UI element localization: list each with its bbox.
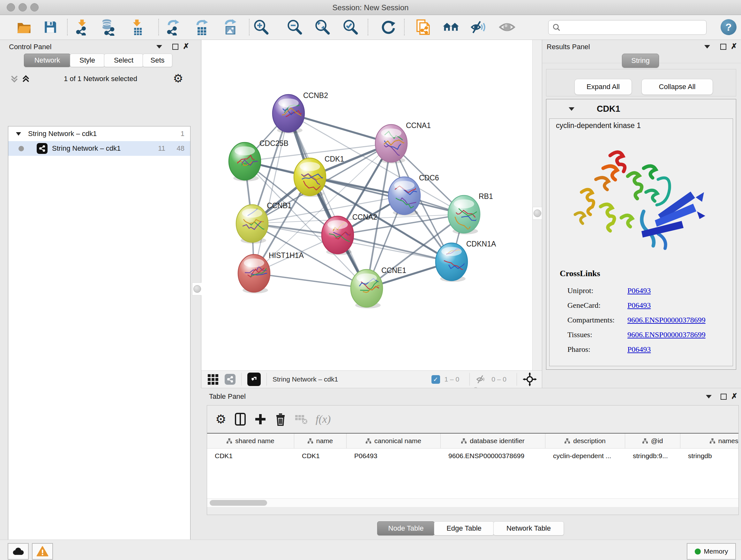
network-node-RB1[interactable]: RB1 xyxy=(448,192,493,234)
close-panel-icon[interactable]: ✗ xyxy=(731,392,738,400)
export-image-icon xyxy=(222,19,239,36)
network-row[interactable]: String Network – cdk1 11 48 xyxy=(8,141,190,156)
collapse-card-icon[interactable] xyxy=(569,107,575,111)
table-cell[interactable]: CDK1 xyxy=(207,449,294,463)
maximize-panel-icon[interactable] xyxy=(720,44,726,50)
network-node-CDC6[interactable]: CDC6 xyxy=(388,174,439,216)
import-table-button[interactable] xyxy=(128,18,146,37)
float-panel-icon[interactable] xyxy=(704,45,710,49)
column-header-namespace[interactable]: namespace xyxy=(680,434,738,448)
tab-network-table[interactable]: Network Table xyxy=(493,521,564,536)
search-icon xyxy=(552,23,561,32)
share-view-icon[interactable] xyxy=(225,374,235,385)
search-box[interactable] xyxy=(548,20,706,35)
tab-select[interactable]: Select xyxy=(104,54,143,67)
crosslink-link[interactable]: P06493 xyxy=(627,301,651,310)
float-panel-icon[interactable] xyxy=(156,45,162,49)
warning-button[interactable] xyxy=(32,543,53,560)
maximize-panel-icon[interactable] xyxy=(721,394,727,400)
table-cell[interactable]: stringdb:9... xyxy=(625,449,680,463)
tree-collapse-icon[interactable] xyxy=(16,132,21,136)
network-node-CCNE1[interactable]: CCNE1 xyxy=(351,266,406,308)
float-panel-icon[interactable] xyxy=(706,395,712,398)
left-splitter-handle[interactable] xyxy=(192,283,202,295)
fit-content-crosshair-icon[interactable] xyxy=(523,372,537,386)
export-table-button[interactable] xyxy=(192,18,211,37)
save-session-button[interactable] xyxy=(41,18,60,37)
zoom-fit-button[interactable] xyxy=(313,18,332,37)
network-label: String Network – cdk1 xyxy=(52,144,121,152)
selected-checkbox[interactable]: ✓ xyxy=(431,375,440,384)
right-splitter-handle[interactable] xyxy=(533,207,542,220)
import-network-button[interactable] xyxy=(73,18,91,37)
table-cell[interactable]: stringdb xyxy=(680,449,738,463)
table-cell[interactable]: 9606.ENSP00000378699 xyxy=(441,449,545,463)
delete-column-trash-icon[interactable] xyxy=(275,413,286,426)
close-panel-icon[interactable]: ✗ xyxy=(731,43,737,50)
toolbar-separator xyxy=(517,373,517,386)
warning-icon xyxy=(37,546,49,557)
zoom-selected-button[interactable] xyxy=(341,18,360,37)
gear-icon[interactable]: ⚙ xyxy=(215,412,226,426)
birdseye-view-icon[interactable] xyxy=(247,373,261,386)
tab-sets[interactable]: Sets xyxy=(143,54,172,67)
close-panel-icon[interactable]: ✗ xyxy=(183,43,189,50)
first-neighbors-button[interactable] xyxy=(442,18,460,37)
scrollbar-thumb[interactable] xyxy=(210,500,267,506)
crosslink-link[interactable]: 9606.ENSP00000378699 xyxy=(627,316,705,324)
search-input[interactable] xyxy=(561,23,696,32)
crosslink-row: Tissues:9606.ENSP00000378699 xyxy=(567,327,727,342)
tab-edge-table[interactable]: Edge Table xyxy=(434,521,494,536)
column-header-name[interactable]: name xyxy=(294,434,347,448)
network-node-CCNA1[interactable]: CCNA1 xyxy=(375,121,431,164)
help-button[interactable]: ? xyxy=(721,19,737,35)
network-node-CCNB2[interactable]: CCNB2 xyxy=(273,91,328,133)
column-header-sharedname[interactable]: shared name xyxy=(207,434,294,448)
zoom-out-button[interactable] xyxy=(285,18,304,37)
table-cell[interactable]: CDK1 xyxy=(294,449,347,463)
node-count: 11 xyxy=(158,144,165,152)
protein-card-header[interactable]: CDK1 xyxy=(546,99,736,118)
network-node-CDK1[interactable]: CDK1 xyxy=(294,155,344,197)
memory-button[interactable]: Memory xyxy=(687,543,736,560)
tab-node-table[interactable]: Node Table xyxy=(377,521,434,536)
node-label-CCNE1: CCNE1 xyxy=(381,266,406,274)
import-database-button[interactable] xyxy=(98,18,117,37)
open-session-button[interactable] xyxy=(15,18,33,37)
crosslink-link[interactable]: 9606.ENSP00000378699 xyxy=(627,330,705,339)
column-header-canonicalname[interactable]: canonical name xyxy=(347,434,441,448)
column-header-description[interactable]: description xyxy=(545,434,625,448)
refresh-button[interactable] xyxy=(379,18,398,37)
export-image-button[interactable] xyxy=(221,18,239,37)
column-header-databaseidentifier[interactable]: database identifier xyxy=(441,434,545,448)
zoom-in-button[interactable] xyxy=(252,18,270,37)
network-node-HIST1H1A[interactable]: HIST1H1A xyxy=(238,251,304,294)
table-cell[interactable]: cyclin-dependent ... xyxy=(545,449,625,463)
cloud-button[interactable] xyxy=(8,543,29,560)
network-view-toolbar: String Network – cdk1 ✓ 1 – 0 0 – 0 xyxy=(201,370,542,388)
tab-string[interactable]: String xyxy=(622,54,659,68)
tab-network[interactable]: Network xyxy=(24,54,71,67)
crosslink-link[interactable]: P06493 xyxy=(627,345,651,354)
show-columns-icon[interactable] xyxy=(234,413,246,426)
grid-view-icon[interactable] xyxy=(208,374,218,385)
toolbar-separator xyxy=(469,373,470,386)
gear-icon[interactable]: ⚙ xyxy=(173,72,183,85)
show-all-button[interactable] xyxy=(498,18,516,37)
network-canvas[interactable]: CCNB2CCNA1CDC25BCDK1CDC6RB1CCNB1CCNA2CDK… xyxy=(201,40,532,370)
export-network-button[interactable] xyxy=(164,18,182,37)
network-tree: String Network – cdk1 1 String Network –… xyxy=(8,126,191,560)
hide-selected-button[interactable] xyxy=(469,18,487,37)
tab-style[interactable]: Style xyxy=(70,54,105,67)
clone-network-button[interactable] xyxy=(414,18,433,37)
network-collection-row[interactable]: String Network – cdk1 1 xyxy=(8,126,190,141)
network-node-CDKN1A[interactable]: CDKN1A xyxy=(435,240,496,282)
crosslink-link[interactable]: P06493 xyxy=(627,287,651,295)
add-column-icon[interactable] xyxy=(254,413,266,425)
maximize-panel-icon[interactable] xyxy=(172,44,179,50)
table-cell[interactable]: P06493 xyxy=(347,449,441,463)
column-header-id[interactable]: @id xyxy=(625,434,680,448)
expand-all-button[interactable]: Expand All xyxy=(575,79,632,95)
collapse-all-button[interactable]: Collapse All xyxy=(642,79,713,95)
table-row[interactable]: CDK1CDK1P064939606.ENSP00000378699cyclin… xyxy=(207,449,738,463)
